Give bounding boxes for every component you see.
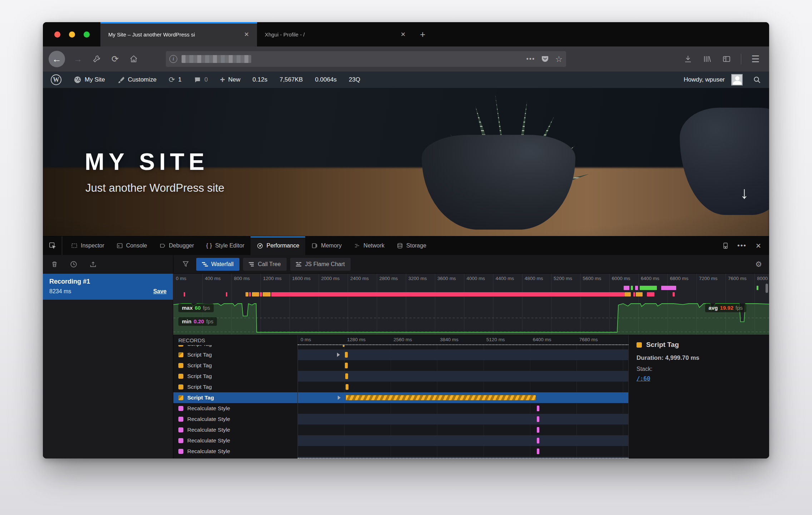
devtools-tab-storage[interactable]: Storage [391, 236, 432, 255]
waterfall-bar[interactable] [346, 395, 536, 401]
wp-updates-menu[interactable]: ⟳ 1 [163, 72, 188, 88]
record-row-lane[interactable] [298, 392, 628, 403]
wp-site-menu[interactable]: My Site [68, 72, 111, 88]
record-row-label[interactable]: Script Tag [173, 392, 297, 403]
record-row-label[interactable]: Recalculate Style [173, 425, 297, 435]
pocket-icon[interactable] [541, 55, 549, 63]
reload-button[interactable]: ⟳ [107, 51, 123, 67]
devtools-tab-inspector[interactable]: Inspector [65, 236, 110, 255]
clear-recordings-icon[interactable] [47, 258, 61, 271]
waterfall-bar[interactable] [537, 416, 539, 422]
record-row-lane[interactable] [298, 371, 628, 382]
record-row-label[interactable]: Recalculate Style [173, 403, 297, 414]
script-marker-icon [178, 374, 183, 379]
waterfall-bar[interactable] [346, 384, 348, 390]
devtools-tab-style-editor[interactable]: { } Style Editor [200, 236, 251, 255]
waterfall-bar[interactable] [345, 373, 348, 379]
import-recording-icon[interactable] [86, 258, 100, 271]
pick-element-icon[interactable] [43, 236, 62, 255]
close-window-button[interactable] [54, 31, 60, 38]
record-row-label[interactable]: Recalculate Style [173, 414, 297, 425]
tab-my-site[interactable]: My Site – Just another WordPress si ✕ [100, 22, 257, 46]
record-row-lane[interactable] [298, 345, 628, 349]
performance-settings-gear-icon[interactable]: ⚙ [755, 260, 764, 269]
site-info-icon[interactable]: i [169, 55, 177, 63]
devtools-tab-debugger[interactable]: Debugger [153, 236, 200, 255]
waterfall-bar[interactable] [343, 345, 345, 347]
waterfall-bar[interactable] [537, 406, 539, 411]
record-row-lane[interactable] [298, 360, 628, 371]
tab-close-icon[interactable]: ✕ [242, 29, 251, 40]
record-row-lane[interactable] [298, 435, 628, 446]
devtools-tab-console[interactable]: Console [110, 236, 153, 255]
overview-scrollbar-thumb[interactable] [766, 284, 768, 293]
view-tab-call-tree[interactable]: Call Tree [243, 258, 287, 271]
sidebar-toggle-icon[interactable] [719, 51, 734, 67]
library-icon[interactable] [699, 51, 715, 67]
record-row-label[interactable]: Script Tag [173, 371, 297, 382]
waterfall-bar[interactable] [345, 352, 348, 358]
filter-funnel-icon[interactable] [178, 258, 193, 271]
devtools-meatball-menu-icon[interactable]: ••• [735, 239, 749, 253]
wp-new-menu[interactable]: + New [214, 72, 247, 88]
inspector-icon [71, 242, 78, 249]
record-performance-icon[interactable] [66, 258, 81, 271]
record-row-label[interactable]: Script Tag [173, 382, 297, 392]
record-row-lane[interactable] [298, 382, 628, 392]
record-row-label[interactable]: Recalculate Style [173, 435, 297, 446]
record-row-label[interactable]: Script Tag [173, 349, 297, 360]
back-button[interactable]: ← [49, 51, 65, 67]
zoom-window-button[interactable] [84, 31, 90, 38]
performance-icon [257, 242, 263, 249]
record-row-label[interactable]: Script Tag [173, 345, 297, 349]
record-label: Recalculate Style [187, 448, 230, 455]
view-tab-js-flame-chart[interactable]: JS Flame Chart [290, 258, 351, 271]
record-row-lane[interactable] [298, 425, 628, 435]
dock-side-icon[interactable] [718, 239, 733, 253]
page-actions-icon[interactable]: ••• [526, 55, 535, 63]
stack-frame-link[interactable]: /:60 [637, 375, 650, 382]
url-bar[interactable]: i ••• ☆ [166, 51, 566, 67]
waterfall-bar[interactable] [537, 427, 539, 433]
record-row-label[interactable]: Recalculate Style [173, 446, 297, 457]
record-row-lane[interactable] [298, 414, 628, 425]
view-tab-waterfall[interactable]: Waterfall [196, 258, 239, 271]
bookmark-star-icon[interactable]: ☆ [555, 54, 563, 64]
records-lane-column[interactable]: 0 ms1280 ms2560 ms3840 ms5120 ms6400 ms7… [297, 335, 628, 458]
waterfall-bar[interactable] [537, 448, 539, 454]
recording-item[interactable]: Recording #1 8234 ms Save [43, 274, 173, 300]
avatar[interactable] [731, 74, 743, 85]
expand-arrow-icon[interactable] [338, 396, 341, 400]
wp-customize-menu[interactable]: Customize [111, 72, 163, 88]
devtools-tab-memory[interactable]: Memory [305, 236, 348, 255]
wp-logo-menu[interactable]: W [51, 72, 68, 88]
wp-howdy-label[interactable]: Howdy, wpuser [684, 76, 725, 83]
tab-xhgui[interactable]: Xhgui - Profile - / ✕ [257, 22, 414, 46]
timeline-overview[interactable]: 0 ms400 ms800 ms1200 ms1600 ms2000 ms240… [173, 274, 769, 335]
devtools-close-icon[interactable]: ✕ [751, 239, 766, 253]
devtools-tab-network[interactable]: Network [348, 236, 391, 255]
waterfall-bar[interactable] [345, 363, 348, 368]
forward-button[interactable]: → [70, 51, 86, 67]
record-row-lane[interactable] [298, 446, 628, 457]
record-row-lane[interactable] [298, 349, 628, 360]
record-row-label[interactable]: Script Tag [173, 360, 297, 371]
minimize-window-button[interactable] [69, 31, 75, 38]
expand-arrow-icon[interactable] [337, 353, 340, 357]
downloads-icon[interactable] [680, 51, 696, 67]
record-row-lane[interactable] [298, 403, 628, 414]
site-hero: MY SITE Just another WordPress site ↓ [43, 88, 769, 236]
save-recording-link[interactable]: Save [153, 288, 167, 295]
waterfall-bar[interactable] [537, 438, 539, 443]
new-tab-button[interactable]: + [414, 22, 432, 46]
record-lanes [298, 345, 628, 458]
devtools-tab-performance[interactable]: Performance [251, 236, 306, 255]
record-row-label[interactable]: Recalculate Style [173, 457, 297, 458]
tab-close-icon[interactable]: ✕ [398, 29, 408, 40]
search-icon[interactable] [753, 75, 761, 84]
scroll-down-arrow[interactable]: ↓ [740, 183, 748, 202]
wrench-icon[interactable] [89, 51, 104, 67]
menu-hamburger-icon[interactable]: ☰ [748, 51, 763, 67]
wp-comments-menu[interactable]: 0 [188, 72, 214, 88]
home-button[interactable] [126, 51, 142, 67]
